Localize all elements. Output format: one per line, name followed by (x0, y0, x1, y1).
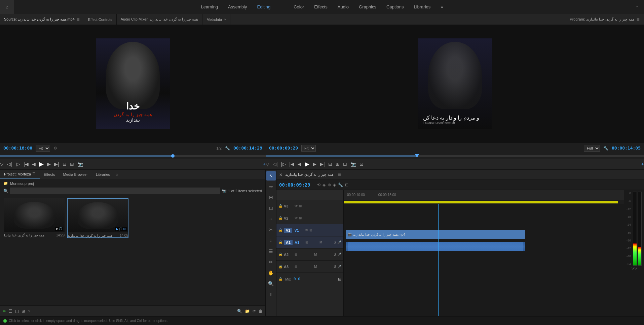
grid-btn[interactable]: ◫ (15, 309, 19, 314)
nav-audio[interactable]: Audio (338, 4, 349, 9)
project-tab[interactable]: Project: Morteza ☰ (0, 170, 40, 179)
bins-btn[interactable]: ⊞ (22, 309, 25, 314)
a3-camera-icon[interactable]: ⊞ (295, 265, 297, 268)
timeline-close-btn[interactable]: ✕ (279, 172, 282, 177)
source-wrench-icon[interactable]: 🔧 (225, 146, 230, 151)
home-button[interactable]: ⌂ (0, 0, 14, 14)
a2-s[interactable]: S (334, 253, 336, 256)
program-fit-dropdown[interactable]: Fit (301, 145, 316, 152)
ripple-edit-btn[interactable]: ⊟ (266, 193, 276, 202)
source-fit-dropdown[interactable]: Fit (36, 145, 50, 152)
hand-btn[interactable]: ✋ (266, 268, 276, 278)
refresh-btn[interactable]: ⟳ (253, 309, 256, 314)
nav-assembly[interactable]: Assembly (228, 4, 247, 9)
audio-clip-mixer-tab[interactable]: Audio Clip Mixer: همه چیز را به گردن خدا… (117, 14, 203, 25)
tl-marker-btn[interactable]: ◈ (323, 183, 326, 187)
program-wrench-icon[interactable]: 🔧 (603, 146, 608, 151)
prog-play-btn[interactable]: ▶ (305, 160, 309, 168)
audio-clip[interactable] (346, 242, 525, 251)
a3-s[interactable]: S (334, 265, 336, 268)
slide-btn[interactable]: ☰ (266, 247, 276, 256)
nav-more[interactable]: » (441, 4, 443, 9)
prog-full-btn[interactable]: ⊡ (359, 161, 364, 167)
v1-eye-icon[interactable]: 👁 (305, 228, 308, 232)
rolling-edit-btn[interactable]: ⊡ (266, 203, 276, 213)
a1-s[interactable]: S (334, 240, 336, 244)
tl-snap-btn[interactable]: ⟲ (317, 183, 320, 187)
razor-btn[interactable]: ✂ (266, 225, 276, 234)
v1-lock-icon[interactable]: 🔒 (278, 228, 282, 232)
a2-m[interactable]: M (314, 253, 317, 256)
rate-stretch-btn[interactable]: ↔ (266, 214, 276, 224)
a2-lock-icon[interactable]: 🔒 (278, 253, 282, 256)
project-more-btn[interactable]: » (116, 172, 118, 177)
effects-tab[interactable]: Effects (40, 170, 59, 179)
source-panel-tab[interactable]: Source: همه چیز را به گردن خدا بیاندازید… (0, 14, 84, 25)
search-input[interactable] (10, 188, 220, 194)
select-tool-btn[interactable]: ↖ (266, 171, 276, 181)
prog-lift-btn[interactable]: ⊟ (328, 161, 332, 167)
source-overlay-btn[interactable]: ⊞ (70, 161, 74, 167)
zoom-btn[interactable]: 🔍 (266, 279, 276, 288)
prog-add-btn[interactable]: + (641, 161, 644, 167)
program-playbar[interactable] (266, 153, 644, 159)
prog-marker-btn[interactable]: ▽ (266, 161, 269, 167)
tl-wrench-btn[interactable]: 🔧 (338, 183, 343, 187)
folder-btn[interactable]: 📁 (245, 309, 250, 314)
libraries-tab[interactable]: Libraries (92, 170, 114, 179)
source-step-fwd-btn[interactable]: ▶ (47, 161, 51, 167)
pen-btn[interactable]: ✏ (266, 257, 276, 267)
edit-btn[interactable]: ✏ (3, 309, 6, 314)
metadata-tab[interactable]: Metadata » (202, 14, 230, 25)
prog-camera-btn[interactable]: 📷 (350, 161, 356, 167)
prog-in-btn[interactable]: ◁| (273, 161, 278, 167)
a1-mic-icon[interactable]: 🎤 (337, 240, 341, 244)
program-full-dropdown[interactable]: Full (584, 145, 600, 152)
a1-lock-icon[interactable]: 🔒 (278, 240, 282, 244)
tl-add-marker-btn[interactable]: ⊕ (328, 183, 331, 187)
source-camera-btn[interactable]: 📷 (77, 161, 83, 167)
source-marker-btn[interactable]: ▽ (0, 161, 4, 167)
circle-btn[interactable]: ○ (28, 309, 30, 314)
source-tab-menu[interactable]: ☰ (77, 18, 80, 21)
source-playbar[interactable] (0, 153, 266, 159)
slip-btn[interactable]: ↕ (266, 236, 276, 245)
nav-learning[interactable]: Learning (201, 4, 218, 9)
search-bottom-btn[interactable]: 🔍 (237, 309, 242, 314)
media-thumb-2[interactable]: ▶🎵 ⊞ (68, 199, 128, 232)
effect-controls-tab[interactable]: Effect Controls (84, 14, 117, 25)
source-out-btn[interactable]: |▷ (15, 161, 21, 167)
v3-camera-icon[interactable]: ⊞ (299, 204, 302, 208)
a1-m[interactable]: M (319, 240, 322, 244)
track-select-btn[interactable]: ⇒ (266, 182, 276, 191)
v3-eye-icon[interactable]: 👁 (295, 204, 298, 208)
v3-lock-icon[interactable]: 🔒 (278, 204, 282, 208)
nav-libraries[interactable]: Libraries (414, 4, 430, 9)
timeline-menu-btn[interactable]: ☰ (338, 172, 341, 177)
source-step-back-btn[interactable]: ◀ (32, 161, 36, 167)
source-settings-icon[interactable]: ⚙ (53, 146, 57, 151)
prog-step-fwd-btn[interactable]: ▶ (313, 161, 316, 167)
nav-editing[interactable]: Editing (257, 4, 270, 9)
nav-effects[interactable]: Effects (314, 4, 328, 9)
export-button[interactable]: ↑ (630, 0, 644, 14)
mix-btn[interactable]: ⊟ (338, 277, 341, 282)
v2-camera-icon[interactable]: ⊞ (299, 216, 302, 220)
prog-step-back-btn[interactable]: ◀ (298, 161, 301, 167)
program-panel-tab[interactable]: Program: همه چیز را به گردن خدا بیاندازی… (566, 14, 644, 25)
trash-btn[interactable]: 🗑 (259, 309, 263, 314)
program-tab-menu[interactable]: ☰ (637, 18, 640, 21)
text-btn[interactable]: T (266, 290, 276, 299)
media-thumb-1[interactable]: ▶🎵 (4, 198, 65, 232)
v2-eye-icon[interactable]: 👁 (295, 216, 298, 220)
nav-graphics[interactable]: Graphics (359, 4, 376, 9)
source-fwd-btn[interactable]: ▶| (54, 161, 59, 167)
nav-color[interactable]: Color (294, 4, 304, 9)
source-in-btn[interactable]: ◁| (7, 161, 12, 167)
source-play-btn[interactable]: ▶ (39, 160, 44, 168)
v2-lock-icon[interactable]: 🔒 (278, 216, 282, 220)
metadata-more[interactable]: » (224, 18, 226, 21)
a3-lock-icon[interactable]: 🔒 (278, 265, 282, 268)
tl-lift-btn[interactable]: ◈ (333, 183, 336, 187)
a2-mic-icon[interactable]: 🎤 (337, 253, 341, 256)
